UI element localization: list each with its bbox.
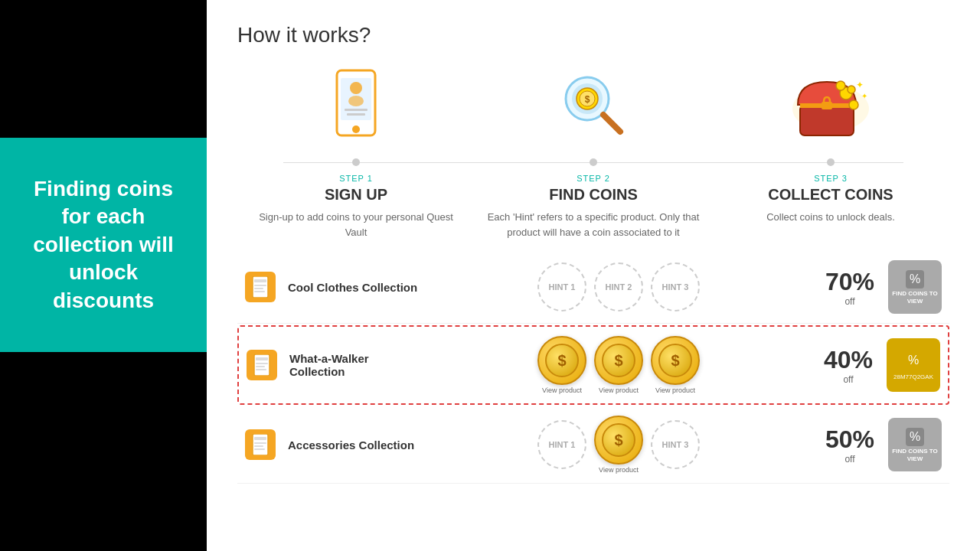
coupon-btn-what-a-walker[interactable]: % 28M77Q2GAK — [887, 338, 940, 392]
svg-point-20 — [848, 86, 855, 93]
coin-badge-what-a-walker-1: $ — [594, 336, 643, 385]
hint-badge-cool-clothes-0: HINT 1 — [537, 262, 586, 311]
find-coins-btn-cool-clothes[interactable]: % FIND COINS TO VIEW — [888, 260, 942, 314]
step-1-icon — [325, 63, 387, 147]
hint-badge-accessories-2: HINT 3 — [651, 420, 700, 469]
step-dot-3 — [827, 158, 835, 166]
svg-point-2 — [352, 126, 360, 133]
step-1-title: SIGN UP — [325, 186, 387, 204]
hint-what-a-walker-0[interactable]: $View product — [537, 336, 586, 394]
svg-text:%: % — [910, 430, 920, 443]
svg-rect-26 — [254, 285, 266, 286]
chest-icon: ✦ ✦ — [789, 67, 873, 143]
svg-rect-17 — [822, 102, 832, 109]
discount-pct-cool-clothes: 70% — [819, 268, 880, 296]
discount-area-accessories: 50%off — [819, 425, 880, 465]
step-3-desc: Collect coins to unlock deals. — [766, 210, 895, 225]
collection-icon-cool-clothes — [245, 272, 276, 302]
hint-cool-clothes-1: HINT 2 — [594, 262, 643, 311]
svg-rect-6 — [347, 113, 365, 116]
step-1-label: STEP 1 — [339, 174, 373, 183]
svg-rect-28 — [254, 291, 265, 292]
hint-cool-clothes-0: HINT 1 — [537, 262, 586, 311]
svg-point-19 — [849, 100, 858, 109]
discount-icon-cool-clothes: % — [904, 269, 926, 290]
step-2-label: STEP 2 — [577, 174, 610, 183]
step-1-description: STEP 1 SIGN UP Sign-up to add coins to y… — [249, 174, 463, 240]
hint-badge-accessories-0: HINT 1 — [537, 420, 586, 469]
step-3-title: COLLECT COINS — [768, 186, 893, 204]
view-product-label-what-a-walker-0: View product — [542, 386, 582, 394]
hint-badge-cool-clothes-1: HINT 2 — [594, 262, 643, 311]
hint-accessories-0: HINT 1 — [537, 420, 586, 469]
hint-accessories-1[interactable]: $View product — [594, 416, 643, 474]
collections-section: Cool Clothes CollectionHINT 1HINT 2HINT … — [237, 251, 949, 484]
svg-text:$: $ — [585, 94, 590, 105]
svg-point-21 — [836, 81, 845, 90]
collection-icon-accessories — [245, 429, 276, 460]
view-product-label-accessories-1: View product — [599, 466, 639, 474]
hints-area-accessories: HINT 1$View productHINT 3 — [418, 416, 819, 474]
hint-badge-cool-clothes-2: HINT 3 — [651, 262, 700, 311]
collection-row-cool-clothes: Cool Clothes CollectionHINT 1HINT 2HINT … — [237, 251, 949, 324]
collection-name-what-a-walker: What-a-Walker Collection — [289, 352, 420, 378]
collection-name-accessories: Accessories Collection — [288, 439, 418, 452]
svg-text:✦: ✦ — [856, 80, 864, 90]
step-1-desc: Sign-up to add coins to your personal Qu… — [249, 210, 463, 240]
magnifier-icon: $ — [555, 67, 632, 143]
discount-pct-what-a-walker: 40% — [818, 346, 879, 374]
hint-what-a-walker-1[interactable]: $View product — [594, 336, 643, 394]
step-2-title: FIND COINS — [549, 186, 638, 204]
find-coins-btn-accessories[interactable]: % FIND COINS TO VIEW — [888, 418, 942, 471]
svg-text:✦: ✦ — [861, 92, 867, 100]
page-title: How it works? — [237, 23, 949, 47]
svg-rect-5 — [345, 109, 368, 111]
hints-area-cool-clothes: HINT 1HINT 2HINT 3 — [418, 262, 819, 311]
svg-line-12 — [603, 115, 620, 132]
svg-text:%: % — [910, 272, 920, 285]
svg-rect-41 — [254, 445, 263, 447]
discount-off-what-a-walker: off — [818, 374, 879, 385]
svg-rect-42 — [254, 448, 265, 450]
collection-icon-what-a-walker — [247, 350, 277, 380]
step-divider — [237, 158, 949, 166]
main-content: How it works? — [207, 0, 980, 551]
svg-rect-25 — [254, 279, 266, 282]
discount-off-accessories: off — [819, 454, 880, 465]
step-descriptions: STEP 1 SIGN UP Sign-up to add coins to y… — [237, 174, 949, 240]
svg-rect-32 — [256, 357, 268, 360]
step-1-container — [249, 63, 463, 151]
teal-promo-box: Finding coins for each collection will u… — [0, 138, 207, 352]
hint-accessories-2: HINT 3 — [651, 420, 700, 469]
step-2-container: $ — [486, 63, 701, 151]
coupon-icon-what-a-walker: % — [903, 350, 924, 371]
collection-name-cool-clothes: Cool Clothes Collection — [288, 281, 418, 294]
phone-icon — [325, 67, 387, 143]
discount-area-cool-clothes: 70%off — [819, 268, 880, 307]
teal-promo-text: Finding coins for each collection will u… — [19, 175, 188, 315]
view-product-label-what-a-walker-1: View product — [599, 386, 639, 394]
step-3-description: STEP 3 COLLECT COINS Collect coins to un… — [724, 174, 938, 225]
how-it-works-section: $ — [237, 63, 949, 151]
step-dot-1 — [352, 158, 360, 166]
svg-rect-27 — [254, 288, 263, 289]
svg-rect-40 — [254, 442, 266, 444]
svg-rect-33 — [256, 363, 268, 364]
svg-point-3 — [350, 82, 362, 94]
svg-rect-34 — [256, 366, 265, 367]
coin-badge-what-a-walker-2: $ — [651, 336, 700, 385]
discount-icon-accessories: % — [904, 426, 926, 448]
svg-point-4 — [348, 96, 364, 106]
view-product-label-what-a-walker-2: View product — [655, 386, 695, 394]
step-3-label: STEP 3 — [814, 174, 848, 183]
hint-what-a-walker-2[interactable]: $View product — [651, 336, 700, 394]
coupon-code-what-a-walker: 28M77Q2GAK — [893, 373, 933, 380]
step-2-icon: $ — [555, 63, 632, 147]
coin-badge-accessories-1: $ — [594, 416, 643, 465]
step-3-icon: ✦ ✦ — [789, 63, 873, 147]
discount-area-what-a-walker: 40%off — [818, 346, 879, 385]
find-coins-text-accessories: FIND COINS TO VIEW — [888, 448, 942, 462]
collection-row-what-a-walker: What-a-Walker Collection$View product$Vi… — [237, 325, 949, 405]
hint-cool-clothes-2: HINT 3 — [651, 262, 700, 311]
svg-text:%: % — [908, 354, 919, 367]
